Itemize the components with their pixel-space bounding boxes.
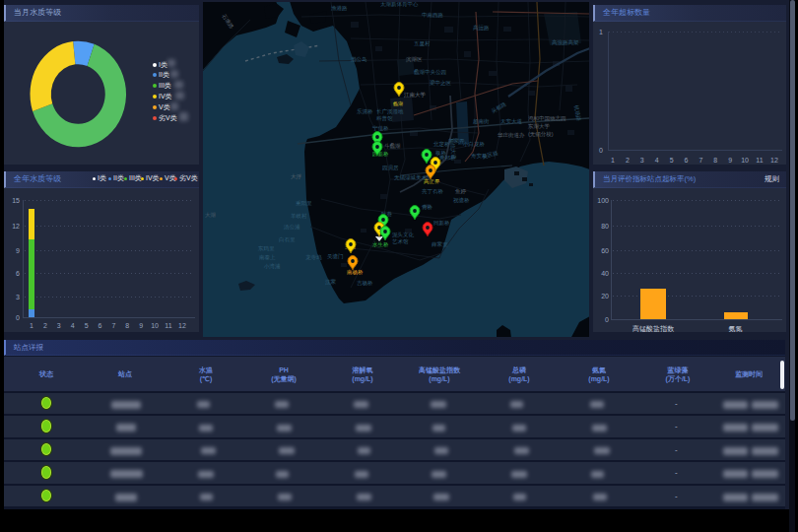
- svg-text:滨湖区: 滨湖区: [406, 56, 423, 63]
- svg-text:祝塘桥: 祝塘桥: [453, 197, 470, 204]
- svg-text:长广溪湿地: 长广溪湿地: [376, 108, 404, 115]
- svg-text:渤公岛: 渤公岛: [351, 56, 367, 63]
- svg-text:吉杨桥: 吉杨桥: [357, 280, 373, 287]
- svg-text:龙寺坞: 龙寺坞: [305, 254, 322, 261]
- svg-text:华庄街道办: 华庄街道办: [498, 132, 525, 139]
- svg-text:东鸡里: 东鸡里: [257, 245, 275, 251]
- svg-text:亮丁石桥: 亮丁石桥: [422, 188, 444, 195]
- svg-text:艺术馆: 艺术馆: [392, 238, 409, 245]
- svg-text:斗蠡湖: 斗蠡湖: [384, 142, 401, 149]
- svg-text:科普馆: 科普馆: [376, 115, 393, 122]
- svg-text:高运路: 高运路: [473, 25, 490, 31]
- svg-text:鱼婷: 鱼婷: [455, 188, 467, 195]
- svg-text:水生桥: 水生桥: [372, 241, 389, 247]
- svg-text:中南西路: 中南西路: [422, 12, 444, 19]
- svg-text:宁佳桥: 宁佳桥: [372, 125, 389, 131]
- svg-text:泥头文化: 泥头文化: [392, 232, 415, 238]
- svg-text:小白龙桥: 小白龙桥: [462, 141, 486, 148]
- svg-text:重阳里: 重阳里: [296, 200, 312, 207]
- svg-text:小湾浦: 小湾浦: [263, 263, 281, 270]
- svg-text:乐清桥: 乐清桥: [357, 108, 373, 115]
- svg-text:南泰上: 南泰上: [259, 254, 276, 260]
- svg-text:蠡湖中央公园: 蠡湖中央公园: [414, 68, 446, 76]
- svg-text:南杨桥: 南杨桥: [347, 269, 364, 276]
- svg-text:沈家: 沈家: [325, 279, 337, 286]
- svg-text:大湖: 大湖: [205, 212, 216, 218]
- svg-text:梁中之区: 梁中之区: [430, 79, 452, 87]
- svg-text:大浮: 大浮: [291, 173, 302, 180]
- svg-text:园润居: 园润居: [382, 165, 399, 171]
- svg-text:薛家里: 薛家里: [432, 241, 448, 247]
- svg-text:渔港路: 渔港路: [331, 5, 348, 12]
- svg-text:太湖新体育中心: 太湖新体育中心: [380, 2, 419, 7]
- svg-text:(无锡分校): (无锡分校): [528, 131, 554, 138]
- svg-text:羊岐村: 羊岐村: [291, 213, 307, 220]
- svg-text:江南大学: 江南大学: [404, 92, 427, 99]
- svg-text:吴塘门: 吴塘门: [327, 253, 344, 260]
- svg-text:蠡湖: 蠡湖: [393, 100, 403, 106]
- svg-text:青桥: 青桥: [422, 204, 433, 210]
- svg-text:青祁桥: 青祁桥: [439, 155, 456, 161]
- svg-text:白石里: 白石里: [279, 236, 296, 243]
- svg-text:同新桥: 同新桥: [433, 220, 450, 226]
- svg-text:汤公浦: 汤公浦: [283, 224, 300, 231]
- svg-text:超南街: 超南街: [473, 118, 490, 125]
- svg-text:北定桥: 北定桥: [432, 141, 450, 148]
- svg-text:东湖大学: 东湖大学: [527, 123, 551, 129]
- svg-text:鸿和中国物志园: 鸿和中国物志园: [528, 115, 566, 122]
- svg-text:高浪路高架: 高浪路高架: [552, 39, 579, 46]
- svg-text:五星村: 五星村: [414, 40, 431, 47]
- svg-text:天安大道: 天安大道: [500, 118, 523, 124]
